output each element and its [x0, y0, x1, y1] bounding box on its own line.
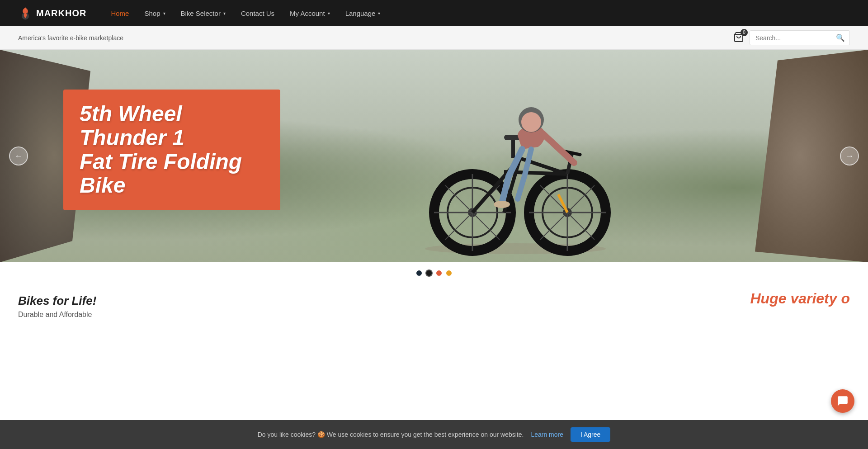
slider-prev-button[interactable]: ← [9, 147, 28, 165]
hero-slide: 5th Wheel Thunder 1 Fat Tire Folding Bik… [0, 50, 868, 262]
nav-link-account[interactable]: My Account ▾ [283, 6, 336, 21]
nav-link-bike-selector[interactable]: Bike Selector ▾ [175, 6, 232, 21]
bike-selector-caret-icon: ▾ [223, 11, 226, 16]
search-icon: 🔍 [836, 34, 845, 42]
right-content: Huge variety o [434, 290, 850, 307]
slider-dot-2[interactable] [426, 270, 432, 276]
brand-name: MARKHOR [36, 8, 86, 19]
slider-dot-3[interactable] [436, 270, 442, 276]
bikes-for-life-heading: Bikes for Life! [18, 294, 434, 308]
nav-link-contact[interactable]: Contact Us [235, 6, 281, 21]
brand-icon [18, 6, 33, 20]
durable-tagline: Durable and Affordable [18, 311, 434, 319]
huge-variety-heading: Huge variety o [434, 290, 850, 307]
nav-links: Home Shop ▾ Bike Selector ▾ Contact Us M… [104, 6, 387, 21]
nav-link-language[interactable]: Language ▾ [339, 6, 387, 21]
nav-item-home[interactable]: Home [104, 6, 135, 21]
language-caret-icon: ▾ [378, 11, 380, 16]
nav-item-contact[interactable]: Contact Us [235, 6, 281, 21]
left-content: Bikes for Life! Durable and Affordable [18, 290, 434, 319]
nav-item-account[interactable]: My Account ▾ [283, 6, 336, 21]
hero-title: 5th Wheel Thunder 1 Fat Tire Folding Bik… [80, 102, 264, 198]
nav-link-home[interactable]: Home [104, 6, 135, 21]
nav-link-shop[interactable]: Shop ▾ [138, 6, 171, 21]
sub-header-right: 0 🔍 [733, 30, 850, 45]
shop-caret-icon: ▾ [163, 11, 165, 16]
nav-item-bike-selector[interactable]: Bike Selector ▾ [175, 6, 232, 21]
tagline: America's favorite e-bike marketplace [18, 34, 123, 42]
cart-badge: 0 [741, 29, 748, 36]
search-button[interactable]: 🔍 [831, 31, 849, 45]
sub-header: America's favorite e-bike marketplace 0 … [0, 26, 868, 50]
search-bar: 🔍 [750, 30, 850, 45]
slider-next-button[interactable]: → [840, 147, 859, 165]
hero-slider: 5th Wheel Thunder 1 Fat Tire Folding Bik… [0, 50, 868, 262]
cart-button[interactable]: 0 [733, 32, 744, 44]
nav-item-shop[interactable]: Shop ▾ [138, 6, 171, 21]
brand-logo[interactable]: MARKHOR [18, 6, 86, 20]
nav-item-language[interactable]: Language ▾ [339, 6, 387, 21]
slider-dots [0, 262, 868, 281]
main-nav: MARKHOR Home Shop ▾ Bike Selector ▾ Cont… [0, 0, 868, 26]
slider-dot-4[interactable] [446, 270, 452, 276]
below-slider-section: Bikes for Life! Durable and Affordable H… [0, 281, 868, 323]
account-caret-icon: ▾ [328, 11, 330, 16]
search-input[interactable] [750, 32, 831, 44]
hero-text-box: 5th Wheel Thunder 1 Fat Tire Folding Bik… [63, 90, 280, 210]
slider-dot-1[interactable] [416, 270, 422, 276]
